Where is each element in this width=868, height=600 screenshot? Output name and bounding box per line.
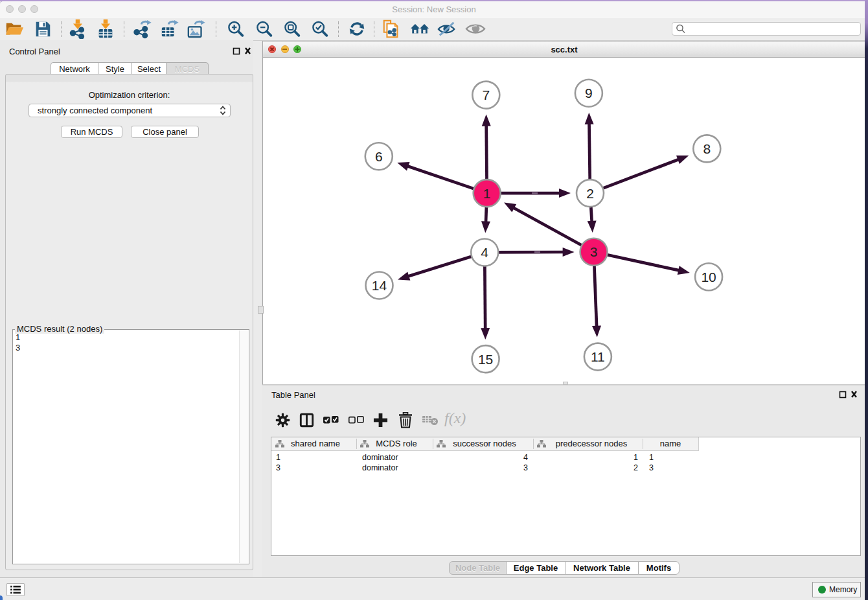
svg-text:10: 10 [701, 270, 716, 284]
svg-text:15: 15 [478, 352, 493, 367]
svg-text:9: 9 [585, 86, 593, 100]
svg-text:6: 6 [375, 149, 383, 164]
svg-text:11: 11 [591, 349, 605, 364]
svg-text:4: 4 [481, 245, 488, 260]
svg-text:14: 14 [372, 278, 387, 293]
svg-text:8: 8 [703, 141, 711, 156]
svg-text:2: 2 [586, 186, 594, 201]
svg-text:3: 3 [590, 244, 598, 259]
svg-text:7: 7 [482, 87, 490, 102]
svg-text:1: 1 [483, 186, 491, 201]
